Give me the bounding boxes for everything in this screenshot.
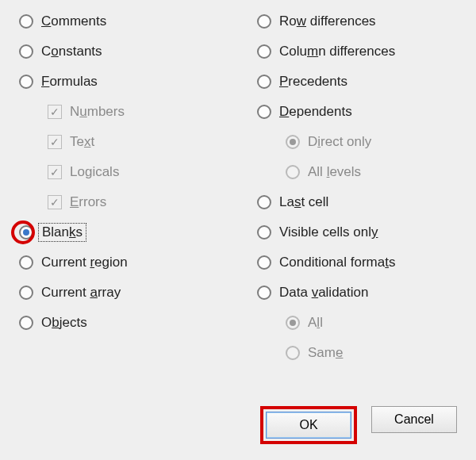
- radio-icon: [286, 135, 300, 149]
- radio-icon: [19, 75, 33, 89]
- option-label: Numbers: [70, 104, 125, 120]
- option-label: Constants: [41, 44, 102, 59]
- check-errors: ✓ Errors: [16, 189, 222, 216]
- dialog-buttons: OK Cancel: [260, 406, 457, 444]
- option-comments[interactable]: Comments: [16, 8, 222, 35]
- option-column-differences[interactable]: Column differences: [254, 38, 460, 65]
- option-dependents[interactable]: Dependents: [254, 98, 460, 125]
- checkbox-icon: ✓: [48, 135, 62, 149]
- option-validation-same: Same: [254, 339, 460, 366]
- option-current-array[interactable]: Current array: [16, 279, 222, 306]
- option-label: Current region: [41, 255, 128, 270]
- checkbox-icon: ✓: [48, 105, 62, 119]
- option-precedents[interactable]: Precedents: [254, 68, 460, 95]
- radio-icon: [19, 44, 33, 59]
- goto-special-dialog: Comments Constants Formulas ✓ Numbers ✓ …: [0, 0, 476, 460]
- option-all-levels: All levels: [254, 159, 460, 186]
- option-label: Errors: [70, 194, 106, 210]
- radio-icon: [257, 225, 271, 240]
- option-label: Data validation: [279, 285, 368, 301]
- option-label: Same: [308, 345, 343, 361]
- radio-icon: [286, 346, 300, 360]
- option-label: Conditional formats: [279, 255, 395, 270]
- option-label: Column differences: [279, 44, 395, 59]
- option-direct-only: Direct only: [254, 128, 460, 155]
- option-label: Blanks: [38, 223, 86, 242]
- radio-icon: [19, 14, 33, 29]
- check-logicals: ✓ Logicals: [16, 159, 222, 186]
- radio-icon: [257, 286, 271, 300]
- option-label: Formulas: [41, 74, 98, 90]
- option-objects[interactable]: Objects: [16, 309, 222, 336]
- option-label: Objects: [41, 315, 87, 331]
- option-label: Row differences: [279, 13, 376, 29]
- radio-icon: [257, 14, 271, 29]
- radio-icon: [257, 44, 271, 59]
- option-label: All: [308, 315, 323, 331]
- option-label: Last cell: [279, 194, 328, 210]
- option-label: Precedents: [279, 74, 347, 90]
- annotation-box-icon: OK: [260, 406, 357, 444]
- radio-icon: [286, 165, 300, 179]
- cancel-button[interactable]: Cancel: [371, 406, 457, 433]
- checkbox-icon: ✓: [48, 195, 62, 209]
- radio-icon: [257, 75, 271, 89]
- option-current-region[interactable]: Current region: [16, 249, 222, 276]
- option-validation-all: All: [254, 309, 460, 336]
- radio-icon: [19, 255, 33, 270]
- radio-icon: [257, 255, 271, 270]
- option-label: Current array: [41, 285, 121, 301]
- radio-icon: [257, 105, 271, 119]
- right-column: Row differences Column differences Prece…: [254, 8, 460, 366]
- options-columns: Comments Constants Formulas ✓ Numbers ✓ …: [16, 8, 460, 366]
- option-label: Visible cells only: [279, 224, 378, 240]
- option-label: Dependents: [279, 104, 352, 120]
- checkbox-icon: ✓: [48, 165, 62, 179]
- option-label: Comments: [41, 13, 106, 29]
- option-label: All levels: [308, 164, 361, 180]
- option-constants[interactable]: Constants: [16, 38, 222, 65]
- radio-icon: [19, 286, 33, 300]
- radio-icon: [257, 195, 271, 209]
- radio-icon: [286, 316, 300, 330]
- option-blanks[interactable]: Blanks: [16, 219, 222, 246]
- option-formulas[interactable]: Formulas: [16, 68, 222, 95]
- option-conditional-formats[interactable]: Conditional formats: [254, 249, 460, 276]
- radio-icon: [19, 316, 33, 330]
- option-label: Direct only: [308, 134, 371, 150]
- option-label: Logicals: [70, 164, 119, 180]
- check-numbers: ✓ Numbers: [16, 98, 222, 125]
- check-text: ✓ Text: [16, 128, 222, 155]
- option-data-validation[interactable]: Data validation: [254, 279, 460, 306]
- radio-icon: [19, 225, 33, 240]
- ok-button[interactable]: OK: [266, 412, 351, 439]
- option-visible-cells[interactable]: Visible cells only: [254, 219, 460, 246]
- option-last-cell[interactable]: Last cell: [254, 189, 460, 216]
- option-label: Text: [70, 134, 94, 150]
- option-row-differences[interactable]: Row differences: [254, 8, 460, 35]
- left-column: Comments Constants Formulas ✓ Numbers ✓ …: [16, 8, 222, 366]
